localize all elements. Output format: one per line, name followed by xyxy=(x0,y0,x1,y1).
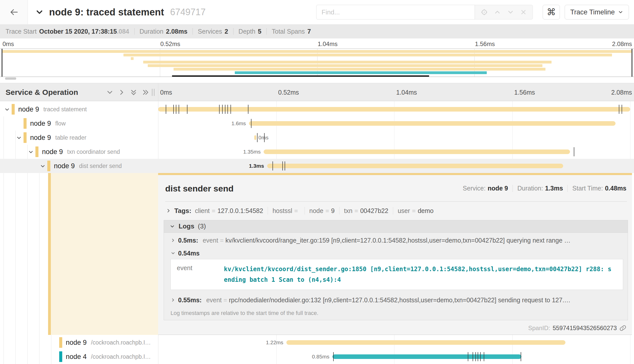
summary-item: Duration2.08ms xyxy=(140,28,187,35)
minimap-time-label: 1.56ms xyxy=(475,40,495,48)
operation-name: /cockroach.roachpb.I… xyxy=(91,339,151,346)
logs-footer-note: Log timestamps are relative to the start… xyxy=(164,308,628,320)
span-duration-bar[interactable] xyxy=(264,149,570,154)
span-duration-label: 1.35ms xyxy=(243,145,261,159)
tags-row[interactable]: Tags:client=127.0.0.1:54582hostssl=node=… xyxy=(166,205,434,217)
tags-label: Tags: xyxy=(174,207,191,215)
summary-label: Depth xyxy=(239,28,256,35)
span-detail-meta: Service:node 9Duration:1.3msStart Time:0… xyxy=(463,185,626,192)
summary-value: 5 xyxy=(258,28,261,35)
find-input[interactable] xyxy=(316,5,475,19)
trace-summary-bar: Trace StartOctober 15 2020, 17:38:15.084… xyxy=(0,24,634,38)
back-button[interactable] xyxy=(0,0,28,24)
trace-view-selector[interactable]: Trace Timeline xyxy=(565,5,629,19)
tag-item: hostssl= xyxy=(272,207,300,215)
span-row[interactable]: node 9txn coordinator send1.35ms xyxy=(0,145,634,159)
minimap-right-scrubber[interactable] xyxy=(631,49,632,77)
operation-name: traced statement xyxy=(44,106,87,113)
log-entry[interactable]: 0.5ms:event = kv/kvclient/kvcoord/range_… xyxy=(164,233,628,248)
span-duration-bar[interactable] xyxy=(158,107,630,112)
summary-value-muted: .084 xyxy=(117,28,129,35)
summary-label: Duration xyxy=(140,28,164,35)
operation-name: /cockroach.roachpb.I… xyxy=(91,353,151,360)
minimap-time-label: 1.04ms xyxy=(318,40,338,48)
expand-one-icon[interactable] xyxy=(118,88,126,96)
tag-equals: = xyxy=(412,207,416,214)
summary-value: 2.08ms xyxy=(166,28,187,35)
span-name-group[interactable]: node 9table reader xyxy=(30,131,86,145)
log-entry-expanded-header[interactable]: 0.54ms xyxy=(164,248,628,259)
span-row[interactable]: node 9table reader0ms xyxy=(0,131,634,145)
tag-equals: = xyxy=(354,207,358,214)
minimap-span-bar xyxy=(3,50,632,53)
tag-equals: = xyxy=(212,207,216,214)
clear-search-icon[interactable] xyxy=(520,9,527,16)
column-resizer[interactable] xyxy=(152,89,157,96)
logs-header[interactable]: Logs(3) xyxy=(164,220,628,233)
tree-guide-line xyxy=(27,145,28,364)
focus-match-icon[interactable] xyxy=(480,8,488,16)
span-duration-bar[interactable] xyxy=(254,135,256,140)
collapse-one-icon[interactable] xyxy=(106,88,114,96)
trace-title-group: node 9: traced statement 6749717 xyxy=(35,0,206,24)
span-duration-bar[interactable] xyxy=(249,121,616,126)
operation-name: table reader xyxy=(55,134,87,141)
tag-value: 127.0.0.1:54582 xyxy=(217,207,263,214)
expand-chevron-icon[interactable] xyxy=(16,135,22,141)
minimap-left-scrubber[interactable] xyxy=(2,49,3,77)
timeline-tick-label: 0ms xyxy=(160,83,172,101)
tag-item: client=127.0.0.1:54582 xyxy=(195,207,263,215)
span-id-value: 5597415943526560273 xyxy=(553,325,617,332)
operation-name: txn coordinator send xyxy=(67,148,120,155)
span-duration-bar[interactable] xyxy=(332,354,521,359)
log-marker-tick xyxy=(478,352,478,361)
tags-chevron-icon xyxy=(166,208,171,213)
service-color-chip xyxy=(24,118,27,129)
collapse-all-icon[interactable] xyxy=(130,88,138,96)
span-row[interactable]: node 4/cockroach.roachpb.I…0.85ms xyxy=(0,350,634,364)
summary-item: Depth5 xyxy=(239,28,262,35)
next-match-icon[interactable] xyxy=(507,8,514,16)
log-marker-tick xyxy=(179,105,179,114)
collapse-trace-chevron-icon[interactable] xyxy=(35,8,44,17)
expand-chevron-icon[interactable] xyxy=(4,106,10,113)
span-name-group[interactable]: node 9txn coordinator send xyxy=(42,145,120,159)
span-name-group[interactable]: node 9/cockroach.roachpb.I… xyxy=(66,335,151,350)
span-row[interactable]: node 9/cockroach.roachpb.I…1.22ms xyxy=(0,335,634,350)
prev-match-icon[interactable] xyxy=(494,8,501,16)
expand-chevron-icon[interactable] xyxy=(40,163,46,169)
summary-value: October 15 2020, 17:38:15.084 xyxy=(39,28,129,35)
span-row[interactable]: node 9traced statement xyxy=(0,102,634,116)
span-duration-bar[interactable] xyxy=(286,340,565,345)
expand-chevron-icon[interactable] xyxy=(28,149,34,155)
span-row[interactable]: node 9flow1.6ms xyxy=(0,116,634,131)
summary-item: Total Spans7 xyxy=(272,28,311,35)
service-name: node 9 xyxy=(30,134,51,142)
arrow-left-icon xyxy=(9,7,19,17)
keyboard-shortcuts-button[interactable]: ⌘ xyxy=(543,5,560,19)
span-name-group[interactable]: node 4/cockroach.roachpb.I… xyxy=(66,350,151,364)
log-marker-tick xyxy=(480,352,481,361)
log-kv-table: eventkv/kvclient/kvcoord/dist_sender.go:… xyxy=(171,259,623,290)
span-name-group[interactable]: node 9traced statement xyxy=(18,102,87,116)
log-marker-tick xyxy=(264,133,265,142)
log-field-value: kv/kvclient/kvcoord/range_iter.go:159 [n… xyxy=(225,237,570,244)
log-marker-tick xyxy=(176,105,176,114)
summary-item: Services2 xyxy=(198,28,228,35)
log-marker-tick xyxy=(251,119,251,128)
log-entry[interactable]: 0.55ms:event = rpc/nodedialer/nodedialer… xyxy=(164,292,628,308)
span-name-group[interactable]: node 9flow xyxy=(30,116,66,131)
tag-item: node=9 xyxy=(309,207,335,215)
minimap-handle[interactable] xyxy=(5,77,16,80)
timeline-minimap[interactable] xyxy=(0,49,634,77)
minimap-time-labels: 0ms0.52ms1.04ms1.56ms2.08ms xyxy=(0,38,634,49)
detail-meta-item: Service:node 9 xyxy=(463,185,508,192)
span-name-group[interactable]: node 9dist sender send xyxy=(54,159,122,173)
expand-all-icon[interactable] xyxy=(141,88,150,96)
view-selector-label: Trace Timeline xyxy=(570,8,615,16)
log-marker-tick xyxy=(222,105,223,114)
copy-link-icon[interactable] xyxy=(619,325,626,332)
span-duration-bar[interactable] xyxy=(267,164,563,168)
span-row[interactable]: node 9dist sender send1.3ms xyxy=(0,159,634,173)
timeline-tick-label: 1.04ms xyxy=(396,83,417,101)
